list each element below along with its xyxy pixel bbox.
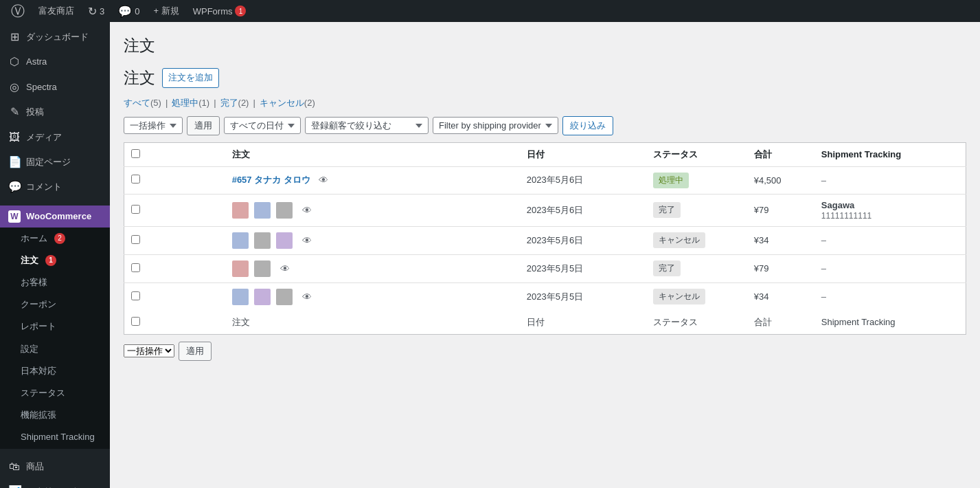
header-checkbox-cell xyxy=(124,142,225,166)
order-thumbnail xyxy=(232,202,249,219)
sidebar-item-dashboard[interactable]: ⊞ ダッシュボード xyxy=(0,25,110,49)
row-checkbox[interactable] xyxy=(131,175,140,184)
shipping-provider-select[interactable]: Filter by shipping provider xyxy=(433,117,558,134)
order-row-item: #657 タナカ タロウ👁 xyxy=(232,174,513,186)
filter-tab-completed[interactable]: 完了 xyxy=(220,97,238,109)
sidebar-item-woo-japan[interactable]: 日本対応 xyxy=(0,360,110,382)
row-checkbox-cell xyxy=(124,166,225,194)
filter-tab-processing[interactable]: 処理中 xyxy=(172,97,198,109)
add-order-button[interactable]: 注文を追加 xyxy=(162,68,219,88)
sidebar-item-woo-customers[interactable]: お客様 xyxy=(0,271,110,293)
table-row: 👁2023年5月5日キャンセル¥34– xyxy=(124,282,966,311)
comment-icon: 💬 xyxy=(118,5,132,18)
order-link[interactable]: #657 タナカ タロウ xyxy=(232,174,310,186)
sidebar-item-woo-reports[interactable]: レポート xyxy=(0,315,110,337)
bulk-action-select[interactable]: 一括操作削除 xyxy=(124,117,183,134)
order-cell: 👁 xyxy=(225,194,520,226)
sidebar-item-pages[interactable]: 📄 固定ページ xyxy=(0,150,110,175)
table-footer-row: 注文 日付 ステータス 合計 Shipment Tracking xyxy=(124,311,966,335)
adminbar-new[interactable]: + 新規 xyxy=(148,0,184,22)
row-checkbox[interactable] xyxy=(131,291,140,300)
row-checkbox[interactable] xyxy=(131,205,140,214)
status-badge: 処理中 xyxy=(653,173,689,188)
order-row-item: 👁 xyxy=(232,232,513,249)
filter-button[interactable]: 絞り込み xyxy=(562,116,613,135)
table-row: 👁2023年5月6日完了¥79Sagawa11111111111 xyxy=(124,194,966,226)
sidebar: ⊞ ダッシュボード ⬡ Astra ◎ Spectra ✎ 投稿 🖼 メディア … xyxy=(0,22,110,488)
customer-filter-select[interactable]: 登録顧客で絞り込む xyxy=(305,117,429,134)
adminbar-site-name[interactable]: 富友商店 xyxy=(33,0,80,22)
row-checkbox-cell xyxy=(124,282,225,311)
sidebar-item-woo-extensions[interactable]: 機能拡張 xyxy=(0,404,110,426)
adminbar-comments[interactable]: 💬 0 xyxy=(113,0,145,22)
filter-tab-cancelled[interactable]: キャンセル xyxy=(260,97,304,109)
adminbar-wpforms[interactable]: WPForms 1 xyxy=(187,0,252,22)
products-icon: 🛍 xyxy=(8,459,21,474)
order-status-cell: キャンセル xyxy=(646,226,747,254)
order-date-cell: 2023年5月6日 xyxy=(520,166,646,194)
order-date-cell: 2023年5月5日 xyxy=(520,254,646,282)
view-order-icon[interactable]: 👁 xyxy=(280,263,290,274)
sidebar-item-analytics[interactable]: 📊 アナリティクス xyxy=(0,479,110,488)
order-thumbnail xyxy=(232,260,249,277)
date-filter-select[interactable]: すべての日付2023年5月 xyxy=(224,117,301,134)
order-total-cell: ¥34 xyxy=(747,282,814,311)
row-checkbox[interactable] xyxy=(131,235,140,244)
table-row: #657 タナカ タロウ👁2023年5月6日処理中¥4,500– xyxy=(124,166,966,194)
sidebar-item-woo-settings[interactable]: 設定 xyxy=(0,338,110,360)
toolbar: 一括操作削除 適用 すべての日付2023年5月 登録顧客で絞り込む Filter… xyxy=(124,116,966,135)
sidebar-item-media[interactable]: 🖼 メディア xyxy=(0,125,110,150)
filter-tab-all[interactable]: すべて xyxy=(124,97,150,109)
header-date: 日付 xyxy=(520,142,646,166)
order-total-cell: ¥34 xyxy=(747,226,814,254)
woo-orders-badge: 1 xyxy=(45,255,56,266)
row-checkbox-cell xyxy=(124,194,225,226)
footer-order: 注文 xyxy=(225,311,520,335)
order-date-cell: 2023年5月6日 xyxy=(520,226,646,254)
sidebar-item-woo-orders[interactable]: 注文 1 xyxy=(0,249,110,271)
adminbar-updates[interactable]: ↻ 3 xyxy=(82,0,110,22)
sidebar-item-woo-coupons[interactable]: クーポン xyxy=(0,293,110,315)
bottom-apply-button[interactable]: 適用 xyxy=(179,342,212,361)
wp-logo-icon[interactable]: Ⓥ xyxy=(5,2,30,21)
sidebar-item-woocommerce[interactable]: W WooCommerce xyxy=(0,206,110,228)
order-tracking-cell: – xyxy=(814,254,966,282)
woo-icon: W xyxy=(8,210,21,223)
order-thumbnail xyxy=(276,232,293,249)
sidebar-item-comments[interactable]: 💬 コメント xyxy=(0,175,110,199)
tracking-dash: – xyxy=(821,235,826,245)
astra-icon: ⬡ xyxy=(8,54,21,69)
orders-heading: 注文 xyxy=(124,67,155,89)
sidebar-item-products[interactable]: 🛍 商品 xyxy=(0,454,110,479)
view-order-icon[interactable]: 👁 xyxy=(302,205,312,216)
order-total-cell: ¥79 xyxy=(747,194,814,226)
page-title: 注文 xyxy=(124,36,966,56)
sidebar-item-woo-status[interactable]: ステータス xyxy=(0,382,110,404)
order-total-cell: ¥4,500 xyxy=(747,166,814,194)
sidebar-item-astra[interactable]: ⬡ Astra xyxy=(0,49,110,74)
sidebar-item-spectra[interactable]: ◎ Spectra xyxy=(0,75,110,100)
bottom-bulk-action-select[interactable]: 一括操作削除 xyxy=(124,344,174,357)
view-order-icon[interactable]: 👁 xyxy=(319,175,328,186)
comments-icon: 💬 xyxy=(8,179,21,195)
order-cell: #657 タナカ タロウ👁 xyxy=(225,166,520,194)
sidebar-item-woo-home[interactable]: ホーム 2 xyxy=(0,228,110,249)
sidebar-item-posts[interactable]: ✎ 投稿 xyxy=(0,100,110,124)
footer-select-all-checkbox[interactable] xyxy=(131,317,140,326)
analytics-icon: 📊 xyxy=(8,484,21,488)
row-checkbox[interactable] xyxy=(131,263,140,272)
update-icon: ↻ xyxy=(88,5,97,18)
apply-button[interactable]: 適用 xyxy=(187,116,220,135)
order-cell: 👁 xyxy=(225,282,520,311)
order-thumbnail xyxy=(232,232,249,249)
footer-status: ステータス xyxy=(646,311,747,335)
admin-bar: Ⓥ 富友商店 ↻ 3 💬 0 + 新規 WPForms 1 xyxy=(0,0,980,22)
tracking-dash: – xyxy=(821,291,826,302)
status-badge: キャンセル xyxy=(653,232,705,248)
view-order-icon[interactable]: 👁 xyxy=(302,235,312,246)
select-all-checkbox[interactable] xyxy=(131,149,140,158)
order-thumbnail xyxy=(276,202,293,219)
view-order-icon[interactable]: 👁 xyxy=(302,291,312,302)
sidebar-item-shipment-tracking[interactable]: Shipment Tracking xyxy=(0,426,110,448)
order-tracking-cell: – xyxy=(814,226,966,254)
